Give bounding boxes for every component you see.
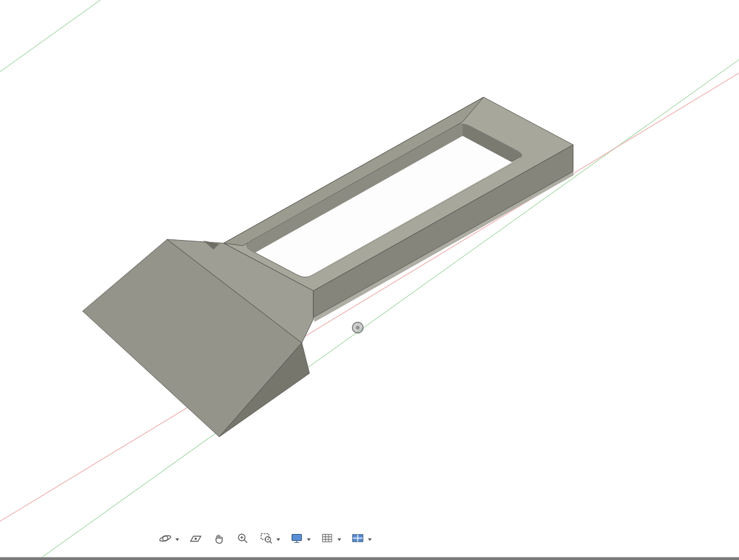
grid-icon [320,531,334,545]
viewports-dropdown-button[interactable] [367,535,372,542]
viewport-canvas[interactable] [0,0,739,560]
chevron-down-icon [307,538,311,541]
pan-hand-icon [212,531,226,545]
window-zoom-icon [259,531,273,545]
look-at-icon [189,531,203,545]
orbit-icon [158,531,172,545]
orbit-center-marker [353,323,363,333]
display-settings-monitor-icon [290,531,304,545]
viewports-group [350,531,372,546]
window-zoom-button[interactable] [259,531,274,546]
pan-group [212,531,227,546]
model-body[interactable] [83,97,574,437]
chevron-down-icon [276,538,280,541]
pan-button[interactable] [212,531,227,546]
viewports-button[interactable] [350,531,365,546]
grid-and-snaps-dropdown-button[interactable] [337,535,342,542]
zoom-group [235,531,250,546]
zoom-button[interactable] [235,531,250,546]
orbit-group [158,531,180,546]
zoom-magnifier-icon [236,531,250,545]
window-zoom-group [259,531,281,546]
viewports-icon [351,531,365,545]
navigation-toolbar [158,528,372,549]
window-zoom-dropdown-button[interactable] [276,535,281,542]
orbit-button[interactable] [158,531,173,546]
chevron-down-icon [337,538,341,541]
grid-and-snaps-group [320,531,342,546]
chevron-down-icon [368,538,372,541]
grid-and-snaps-button[interactable] [320,531,335,546]
look-at-group [188,531,203,546]
display-settings-group [289,531,311,546]
chevron-down-icon [175,538,179,541]
display-settings-button[interactable] [289,531,304,546]
display-settings-dropdown-button[interactable] [306,535,311,542]
window-bottom-edge [0,557,739,560]
orbit-center-dot [356,326,360,330]
grid-line-green-corner [0,0,100,72]
orbit-dropdown-button[interactable] [175,535,180,542]
look-at-button[interactable] [188,531,203,546]
